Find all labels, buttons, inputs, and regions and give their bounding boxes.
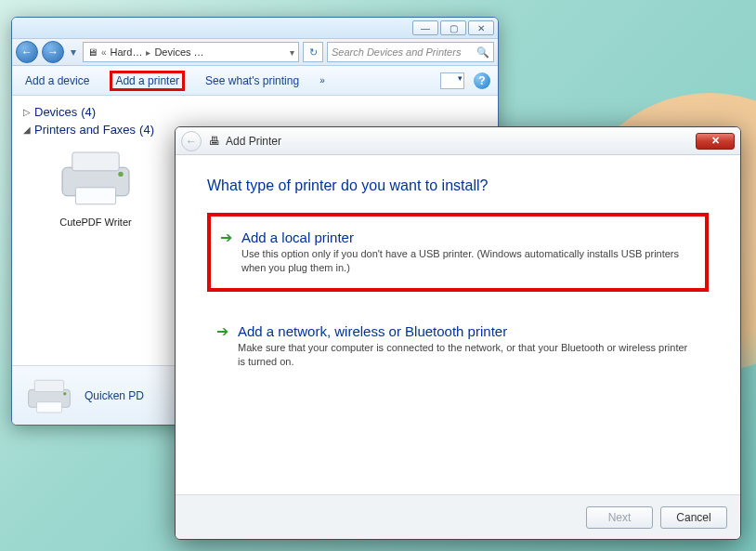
- nav-history-dropdown[interactable]: ▾: [68, 43, 79, 61]
- dialog-footer: Next Cancel: [176, 494, 740, 539]
- crumb-devices[interactable]: Devices …: [154, 46, 203, 58]
- arrow-right-icon: ➔: [216, 323, 228, 340]
- printer-item-label: CutePDF Writer: [40, 216, 151, 228]
- option-local-title: Add a local printer: [241, 230, 692, 245]
- command-toolbar: Add a device Add a printer See what's pr…: [12, 66, 498, 96]
- option-network-description: Make sure that your computer is connecte…: [238, 341, 696, 369]
- group-devices-header[interactable]: ▷ Devices (4): [23, 105, 487, 119]
- see-whats-printing-button[interactable]: See what's printing: [200, 71, 305, 91]
- nav-forward-button[interactable]: →: [42, 41, 64, 63]
- search-icon: 🔍: [476, 46, 489, 59]
- group-printers-count: (4): [139, 123, 154, 137]
- collapse-icon: ▷: [23, 107, 31, 117]
- search-input[interactable]: Search Devices and Printers 🔍: [327, 42, 494, 62]
- printer-icon: 🖶: [209, 135, 220, 148]
- view-options-dropdown[interactable]: [440, 72, 464, 89]
- close-button[interactable]: ✕: [468, 20, 494, 35]
- search-placeholder: Search Devices and Printers: [332, 46, 461, 58]
- window-titlebar: — ▢ ✕: [12, 18, 498, 38]
- crumb-separator: ▸: [146, 47, 150, 58]
- group-printers-label: Printers and Faxes: [34, 123, 136, 137]
- printer-icon: [54, 144, 137, 211]
- dialog-question-heading: What type of printer do you want to inst…: [207, 177, 709, 194]
- option-add-network-printer[interactable]: ➔ Add a network, wireless or Bluetooth p…: [207, 310, 709, 382]
- expand-icon: ◢: [23, 125, 31, 135]
- printer-item-cutepdf[interactable]: CutePDF Writer: [40, 144, 151, 228]
- group-devices-label: Devices: [34, 105, 77, 119]
- option-local-description: Use this option only if you don't have a…: [241, 247, 692, 275]
- svg-rect-9: [37, 401, 62, 412]
- toolbar-overflow-button[interactable]: »: [319, 75, 325, 85]
- maximize-button[interactable]: ▢: [440, 20, 466, 35]
- printer-icon: [23, 374, 75, 417]
- dialog-back-button[interactable]: ←: [181, 131, 202, 151]
- svg-rect-8: [34, 380, 63, 391]
- help-button[interactable]: ?: [474, 72, 490, 89]
- hardware-icon: 🖥: [87, 46, 98, 58]
- group-devices-count: (4): [81, 105, 96, 119]
- refresh-button[interactable]: ↻: [303, 42, 323, 62]
- dialog-body: What type of printer do you want to inst…: [176, 155, 740, 494]
- selected-device-name: Quicken PD: [85, 389, 144, 402]
- dialog-close-button[interactable]: ✕: [696, 133, 735, 150]
- cancel-button[interactable]: Cancel: [660, 506, 727, 529]
- svg-rect-2: [75, 188, 115, 204]
- crumb-prefix: «: [101, 47, 107, 58]
- dialog-titlebar: ← 🖶 Add Printer ✕: [176, 127, 740, 155]
- add-printer-button[interactable]: Add a printer: [110, 71, 185, 91]
- address-bar: ← → ▾ 🖥 « Hard… ▸ Devices … ▾ ↻ Search D…: [12, 38, 498, 66]
- next-button[interactable]: Next: [586, 506, 653, 529]
- svg-rect-1: [72, 152, 119, 171]
- minimize-button[interactable]: —: [412, 20, 438, 35]
- add-device-button[interactable]: Add a device: [20, 71, 95, 91]
- svg-point-10: [63, 392, 66, 395]
- breadcrumb[interactable]: 🖥 « Hard… ▸ Devices … ▾: [83, 42, 299, 62]
- arrow-right-icon: ➔: [220, 230, 232, 246]
- dialog-title: Add Printer: [226, 135, 281, 148]
- crumb-dropdown-icon[interactable]: ▾: [290, 47, 294, 58]
- option-network-title: Add a network, wireless or Bluetooth pri…: [238, 323, 696, 339]
- nav-back-button[interactable]: ←: [16, 41, 38, 63]
- svg-point-3: [118, 172, 123, 177]
- crumb-hardware[interactable]: Hard…: [111, 46, 143, 58]
- add-printer-dialog: ← 🖶 Add Printer ✕ What type of printer d…: [175, 126, 741, 540]
- option-add-local-printer[interactable]: ➔ Add a local printer Use this option on…: [207, 213, 709, 292]
